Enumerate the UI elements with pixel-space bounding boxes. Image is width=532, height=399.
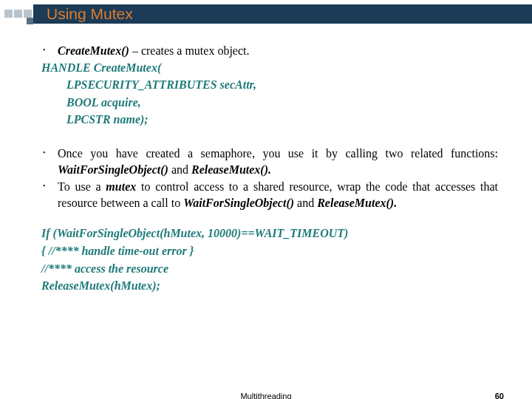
code-line: ReleaseMutex(hMutex);: [41, 278, 498, 294]
footer-title: Multithreading: [240, 392, 291, 399]
code-line: { //**** handle time-out error }: [41, 243, 498, 259]
text: WaitForSingleObject(): [183, 197, 294, 209]
code-line: //**** access the resource: [41, 261, 498, 277]
bullet-mutex-wrap: To use a mutex to control access to a sh…: [41, 179, 498, 211]
text: WaitForSingleObject(): [58, 163, 168, 176]
text: CreateMutex(): [58, 44, 129, 57]
title-bar: Using Mutex: [33, 4, 532, 24]
slide-header: Using Mutex: [0, 0, 532, 27]
slide-body: CreateMutex() – creates a mutex object. …: [0, 27, 532, 294]
bullet-usage: Once you have created a semaphore, you u…: [41, 146, 498, 177]
signature-line: BOOL acquire,: [41, 95, 498, 111]
text: ReleaseMutex().: [191, 163, 271, 176]
text: ReleaseMutex().: [317, 197, 397, 209]
signature-line: LPSECURITY_ATTRIBUTES secAttr,: [41, 77, 498, 93]
text: Once you have created a semaphore, you u…: [58, 147, 498, 160]
text: To use a: [58, 180, 106, 193]
text: mutex: [106, 180, 136, 193]
bullet-createmutex: CreateMutex() – creates a mutex object.: [41, 43, 498, 59]
signature-line: LPCSTR name);: [41, 112, 498, 128]
text: and: [168, 163, 191, 176]
slide-title: Using Mutex: [47, 5, 133, 23]
page-number: 60: [495, 392, 504, 399]
text: – creates a mutex object.: [129, 44, 250, 57]
code-line: If (WaitForSingleObject(hMutex, 10000)==…: [41, 225, 498, 242]
text: and: [294, 197, 317, 209]
signature-line: HANDLE CreateMutex(: [41, 60, 498, 76]
